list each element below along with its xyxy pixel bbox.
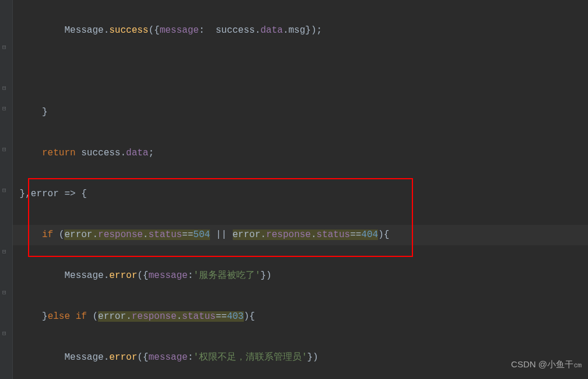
code-line: }else if (error.response.status==403){ xyxy=(14,307,389,327)
fold-icon[interactable]: ⊟ xyxy=(2,105,9,112)
fold-icon[interactable]: ⊟ xyxy=(2,330,9,337)
fold-icon[interactable]: ⊟ xyxy=(2,289,9,296)
fold-icon[interactable]: ⊟ xyxy=(2,187,9,194)
code-editor[interactable]: Message.success({message: success.data.m… xyxy=(14,0,389,379)
code-line: Message.success({message: success.data.m… xyxy=(14,20,389,41)
code-line: return success.data; xyxy=(14,143,389,164)
watermark: CSDN @小鱼干㎝ xyxy=(511,354,582,374)
fold-icon[interactable]: ⊟ xyxy=(2,44,9,51)
code-line: Message.error({message:'权限不足，清联系管理员'}) xyxy=(14,347,389,368)
editor-gutter: ⊟ ⊟ ⊟ ⊟ ⊟ ⊟ ⊟ ⊟ xyxy=(0,0,13,379)
code-line xyxy=(14,61,389,82)
fold-icon[interactable]: ⊟ xyxy=(2,248,9,255)
code-line: },error => { xyxy=(14,184,389,204)
code-line: } xyxy=(14,102,389,123)
code-line: Message.error({message:'服务器被吃了'}) xyxy=(14,266,389,286)
code-line: if (error.response.status==504 || error.… xyxy=(14,225,389,245)
fold-icon[interactable]: ⊟ xyxy=(2,85,9,92)
fold-icon[interactable]: ⊟ xyxy=(2,146,9,153)
